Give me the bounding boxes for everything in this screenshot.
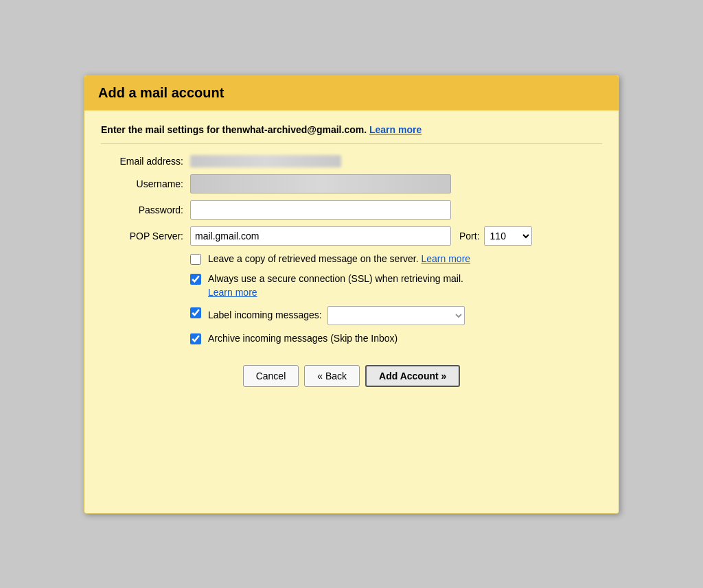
- label-incoming-select[interactable]: [327, 306, 465, 325]
- options-section: Leave a copy of retrieved message on the…: [190, 252, 602, 346]
- email-address-row: Email address:: [101, 155, 602, 167]
- archive-option-row: Archive incoming messages (Skip the Inbo…: [190, 332, 602, 346]
- form-section: Email address: Username: Password: POP S…: [101, 155, 602, 346]
- password-row: Password:: [101, 200, 602, 220]
- email-address-label: Email address:: [101, 156, 190, 167]
- pop-server-input[interactable]: [190, 226, 451, 246]
- ssl-learn-more-link[interactable]: Learn more: [208, 287, 257, 298]
- password-input[interactable]: [190, 200, 451, 220]
- leave-copy-learn-more-link[interactable]: Learn more: [422, 253, 471, 264]
- label-incoming-checkbox[interactable]: [190, 307, 201, 318]
- port-select[interactable]: 110 995: [484, 226, 532, 246]
- button-row: Cancel « Back Add Account »: [101, 365, 602, 387]
- back-button[interactable]: « Back: [304, 365, 360, 387]
- port-label: Port:: [459, 231, 480, 242]
- cancel-button[interactable]: Cancel: [243, 365, 299, 387]
- pop-server-row: POP Server: Port: 110 995: [101, 226, 602, 246]
- dialog-container: Add a mail account Enter the mail settin…: [84, 75, 619, 514]
- dialog-body: Enter the mail settings for thenwhat-arc…: [84, 110, 619, 408]
- archive-text: Archive incoming messages (Skip the Inbo…: [208, 332, 397, 346]
- label-incoming-text: Label incoming messages:: [208, 306, 465, 325]
- leave-copy-checkbox[interactable]: [190, 254, 201, 265]
- leave-copy-option-row: Leave a copy of retrieved message on the…: [190, 252, 602, 266]
- password-label: Password:: [101, 204, 190, 215]
- ssl-text: Always use a secure connection (SSL) whe…: [208, 272, 463, 299]
- intro-text: Enter the mail settings for thenwhat-arc…: [101, 124, 602, 144]
- pop-server-label: POP Server:: [101, 231, 190, 242]
- archive-checkbox[interactable]: [190, 333, 201, 344]
- intro-static-text: Enter the mail settings for thenwhat-arc…: [101, 124, 367, 135]
- username-row: Username:: [101, 174, 602, 193]
- dialog-title: Add a mail account: [98, 85, 605, 101]
- username-label: Username:: [101, 178, 190, 189]
- ssl-checkbox[interactable]: [190, 274, 201, 285]
- email-address-value: [190, 155, 341, 167]
- leave-copy-text: Leave a copy of retrieved message on the…: [208, 252, 470, 266]
- label-incoming-option-row: Label incoming messages:: [190, 306, 602, 325]
- ssl-option-row: Always use a secure connection (SSL) whe…: [190, 272, 602, 299]
- intro-learn-more-link[interactable]: Learn more: [369, 124, 422, 135]
- add-account-button[interactable]: Add Account »: [365, 365, 460, 387]
- dialog-header: Add a mail account: [84, 75, 619, 110]
- username-input[interactable]: [190, 174, 451, 193]
